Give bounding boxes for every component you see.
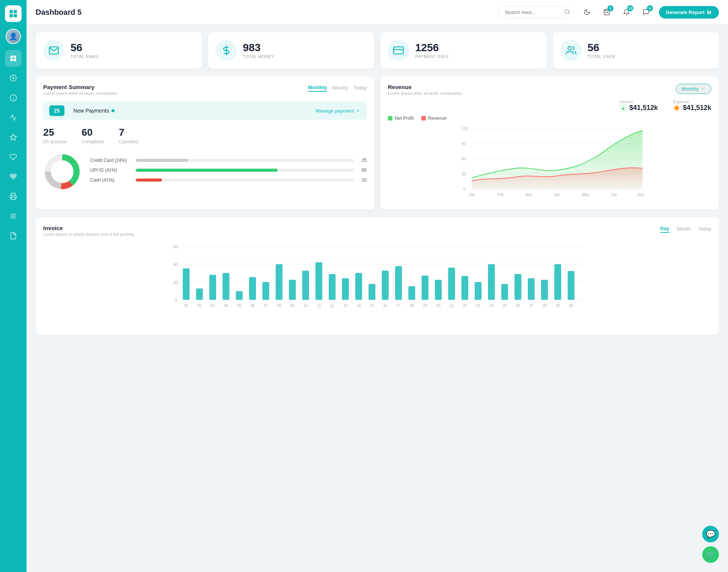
svg-rect-85 xyxy=(568,271,574,300)
svg-text:18: 18 xyxy=(410,304,414,308)
svg-text:120: 120 xyxy=(462,127,468,131)
svg-text:08: 08 xyxy=(277,304,281,308)
bar-fill-cc xyxy=(136,159,188,162)
two-col-row: Payment Summary Lorem ipsum dolor sit am… xyxy=(36,76,719,210)
revenue-header: Revenue Lorem ipsum dolor sit amet, cons… xyxy=(388,84,711,96)
income-expense-row: Income ▲ $41,512k Expense 🔶 $41,512k xyxy=(388,99,711,112)
bar-bg-cash xyxy=(136,179,354,182)
tab-today[interactable]: Today xyxy=(353,84,367,91)
svg-rect-75 xyxy=(435,280,442,300)
sidebar-item-saved[interactable] xyxy=(5,168,22,185)
sidebar-item-dashboard[interactable] xyxy=(5,50,22,67)
svg-text:0: 0 xyxy=(175,298,177,302)
svg-text:30: 30 xyxy=(462,172,466,176)
sidebar-item-liked[interactable] xyxy=(5,149,22,165)
bar-label-upi: UPI ID (41%) xyxy=(90,168,132,173)
svg-text:19: 19 xyxy=(423,304,427,308)
messages-badge: 5 xyxy=(647,5,653,11)
income-icon: ▲ xyxy=(620,104,627,112)
svg-text:16: 16 xyxy=(383,304,388,308)
svg-rect-56 xyxy=(183,268,190,300)
fab-cart[interactable]: 🛒 xyxy=(702,546,719,563)
svg-rect-1 xyxy=(14,10,17,13)
inv-tab-today[interactable]: Today xyxy=(698,225,711,232)
bar-label-cash: Cash (41%) xyxy=(90,177,132,183)
sidebar-item-settings[interactable] xyxy=(5,70,22,86)
invoice-panel: Invoice Lorem Ipsum is simply dummy text… xyxy=(36,217,719,335)
revenue-title: Revenue xyxy=(388,84,462,90)
tab-weekly[interactable]: Weekly xyxy=(332,84,348,91)
svg-text:03: 03 xyxy=(210,304,215,308)
svg-text:11: 11 xyxy=(317,304,321,308)
svg-rect-83 xyxy=(541,280,548,300)
payment-summary-subtitle: Lorem ipsum dolor sit amet, consectetur xyxy=(43,91,118,96)
tab-monthly[interactable]: Monthly xyxy=(308,84,327,92)
svg-text:04: 04 xyxy=(224,304,228,308)
svg-rect-20 xyxy=(708,10,708,14)
revenue-panel: Revenue Lorem ipsum dolor sit amet, cons… xyxy=(380,76,719,210)
sidebar-item-info[interactable] xyxy=(5,89,22,106)
payment-breakdown: Credit Card (24%) 25 UPI ID (41%) 60 xyxy=(43,153,367,192)
search-button[interactable] xyxy=(564,9,570,16)
svg-rect-3 xyxy=(14,14,17,17)
svg-text:27: 27 xyxy=(529,304,533,308)
new-payments-row: 25 New Payments Manage payment xyxy=(43,102,367,120)
svg-rect-78 xyxy=(475,282,482,300)
manage-payment-link[interactable]: Manage payment xyxy=(316,108,361,114)
invoice-header: Invoice Lorem Ipsum is simply dummy text… xyxy=(43,225,711,237)
money-icon xyxy=(216,40,237,61)
svg-rect-65 xyxy=(302,271,309,300)
fab-support[interactable]: 💬 xyxy=(702,526,719,542)
svg-text:90: 90 xyxy=(462,142,466,146)
svg-rect-67 xyxy=(329,274,336,300)
inv-tab-day[interactable]: Day xyxy=(660,225,669,233)
sidebar-item-docs[interactable] xyxy=(5,227,22,244)
bar-upi: UPI ID (41%) 60 xyxy=(90,168,367,173)
stat-on-process: 25 On process xyxy=(43,127,66,144)
generate-report-button[interactable]: Generate Report xyxy=(659,6,719,19)
svg-text:21: 21 xyxy=(449,304,454,308)
svg-rect-81 xyxy=(515,274,521,300)
bar-bg-upi xyxy=(136,169,354,172)
svg-rect-68 xyxy=(342,278,349,300)
main-content: Dashboard 5 2 12 5 Generate Report xyxy=(27,0,728,572)
svg-text:12: 12 xyxy=(330,304,334,308)
revenue-dropdown-button[interactable]: Monthly xyxy=(676,84,711,94)
svg-point-8 xyxy=(13,77,14,79)
messages-button[interactable]: 5 xyxy=(639,5,653,19)
sidebar-item-analytics[interactable] xyxy=(5,109,22,126)
svg-marker-12 xyxy=(10,134,17,140)
payment-stats-row: 25 On process 60 Completed 7 Canceled xyxy=(43,127,367,144)
svg-rect-60 xyxy=(236,291,243,300)
svg-text:20: 20 xyxy=(436,304,441,308)
svg-text:20: 20 xyxy=(173,280,178,285)
svg-text:30: 30 xyxy=(569,304,573,308)
search-input[interactable] xyxy=(498,6,574,19)
income-block: Income ▲ $41,512k xyxy=(620,99,658,112)
theme-toggle-button[interactable] xyxy=(580,5,594,19)
payment-summary-header: Payment Summary Lorem ipsum dolor sit am… xyxy=(43,84,367,96)
svg-text:14: 14 xyxy=(356,304,361,308)
svg-rect-66 xyxy=(315,262,322,300)
content-area: 56 TOTAL EMAIL 983 TOTAL MONEY 1256 xyxy=(27,25,728,572)
bar-num-upi: 60 xyxy=(358,168,367,173)
svg-text:Apr: Apr xyxy=(554,193,560,197)
sidebar-item-print[interactable] xyxy=(5,188,22,205)
avatar[interactable]: 👤 xyxy=(6,29,21,44)
stat-canceled: 7 Canceled xyxy=(119,127,138,144)
svg-rect-24 xyxy=(394,47,403,54)
svg-text:July: July xyxy=(637,193,644,197)
notifications-button[interactable]: 12 xyxy=(620,5,633,19)
svg-rect-7 xyxy=(14,59,16,61)
sidebar-item-favorites[interactable] xyxy=(5,129,22,146)
page-title: Dashboard 5 xyxy=(36,8,492,17)
stat-payment-label: PAYMENT SALE xyxy=(415,54,449,59)
expense-block: Expense 🔶 $41,512k xyxy=(673,99,711,112)
svg-text:24: 24 xyxy=(489,304,494,308)
svg-rect-71 xyxy=(382,271,389,300)
search-wrapper xyxy=(498,6,574,19)
invoice-tab-group: Day Month Today xyxy=(660,225,711,233)
sidebar-item-menu[interactable] xyxy=(5,208,22,224)
inv-tab-month[interactable]: Month xyxy=(677,225,690,232)
shopping-button[interactable]: 2 xyxy=(600,5,613,19)
